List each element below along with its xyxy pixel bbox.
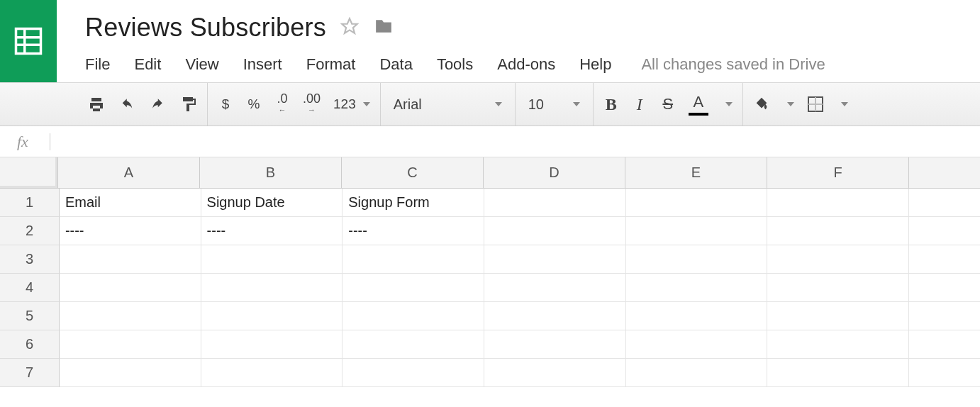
- sheets-logo[interactable]: [0, 0, 57, 82]
- cell-b7[interactable]: [201, 359, 343, 387]
- formula-input[interactable]: [72, 126, 980, 157]
- strikethrough-button[interactable]: S: [660, 95, 676, 113]
- col-header-f[interactable]: F: [767, 157, 909, 189]
- cell-e3[interactable]: [626, 245, 768, 274]
- cell-g5[interactable]: [909, 302, 980, 330]
- cell-d7[interactable]: [484, 359, 626, 387]
- cell-c1[interactable]: Signup Form: [343, 189, 484, 217]
- decrease-decimal-button[interactable]: .0 ←: [274, 94, 290, 115]
- cell-e6[interactable]: [626, 330, 768, 359]
- text-color-button[interactable]: A: [689, 93, 708, 116]
- italic-button[interactable]: I: [632, 95, 647, 114]
- cell-g3[interactable]: [909, 245, 980, 274]
- star-icon[interactable]: [340, 17, 359, 38]
- row-header-2[interactable]: 2: [0, 217, 60, 245]
- menu-insert[interactable]: Insert: [243, 55, 282, 74]
- menu-view[interactable]: View: [185, 55, 218, 74]
- cell-d6[interactable]: [484, 330, 626, 359]
- cell-c2[interactable]: ----: [343, 217, 484, 245]
- cell-f5[interactable]: [767, 302, 909, 330]
- col-header-extra[interactable]: [909, 157, 980, 189]
- cell-a5[interactable]: [60, 302, 201, 330]
- cell-g2[interactable]: [909, 217, 980, 245]
- paint-format-button[interactable]: [180, 95, 197, 113]
- cell-g1[interactable]: [909, 189, 980, 217]
- cell-b5[interactable]: [201, 302, 343, 330]
- cell-e5[interactable]: [626, 302, 768, 330]
- caret-down-icon[interactable]: [787, 102, 794, 106]
- cell-e1[interactable]: [626, 189, 768, 217]
- cell-a1[interactable]: Email: [60, 189, 201, 217]
- col-header-d[interactable]: D: [484, 157, 625, 189]
- cell-e7[interactable]: [626, 359, 768, 387]
- row-header-4[interactable]: 4: [0, 274, 60, 302]
- cell-a3[interactable]: [60, 245, 201, 274]
- cell-f2[interactable]: [767, 217, 909, 245]
- percent-button[interactable]: %: [246, 96, 262, 112]
- cell-g7[interactable]: [909, 359, 980, 387]
- borders-button[interactable]: [807, 96, 824, 113]
- cell-a4[interactable]: [60, 274, 201, 302]
- row-header-5[interactable]: 5: [0, 302, 60, 330]
- bold-button[interactable]: B: [603, 95, 619, 114]
- cell-a2[interactable]: ----: [60, 217, 201, 245]
- menu-edit[interactable]: Edit: [134, 55, 161, 74]
- cell-c3[interactable]: [343, 245, 484, 274]
- menu-addons[interactable]: Add-ons: [497, 55, 555, 74]
- cell-b6[interactable]: [201, 330, 343, 359]
- currency-button[interactable]: $: [218, 96, 233, 112]
- cell-a7[interactable]: [60, 359, 201, 387]
- row-header-6[interactable]: 6: [0, 330, 60, 359]
- col-header-c[interactable]: C: [342, 157, 484, 189]
- folder-icon[interactable]: [373, 17, 394, 38]
- cell-c7[interactable]: [343, 359, 484, 387]
- select-all-corner[interactable]: [0, 157, 58, 189]
- cell-d3[interactable]: [484, 245, 626, 274]
- cell-b2[interactable]: ----: [201, 217, 343, 245]
- caret-down-icon[interactable]: [725, 102, 733, 106]
- cell-g6[interactable]: [909, 330, 980, 359]
- undo-button[interactable]: [118, 97, 136, 111]
- font-size-dropdown[interactable]: 10: [516, 83, 594, 126]
- menu-file[interactable]: File: [85, 55, 110, 74]
- increase-decimal-button[interactable]: .00 →: [303, 94, 321, 115]
- cell-d5[interactable]: [484, 302, 626, 330]
- cell-b3[interactable]: [201, 245, 343, 274]
- cell-e2[interactable]: [626, 217, 768, 245]
- cell-d4[interactable]: [484, 274, 626, 302]
- print-button[interactable]: [88, 96, 105, 113]
- row-header-7[interactable]: 7: [0, 359, 60, 387]
- redo-button[interactable]: [149, 97, 167, 111]
- cell-c4[interactable]: [343, 274, 484, 302]
- menu-tools[interactable]: Tools: [437, 55, 473, 74]
- row-header-1[interactable]: 1: [0, 189, 60, 217]
- row-header-3[interactable]: 3: [0, 245, 60, 274]
- cell-c5[interactable]: [343, 302, 484, 330]
- cell-f4[interactable]: [767, 274, 909, 302]
- formula-bar: fx: [0, 126, 980, 157]
- cell-c6[interactable]: [343, 330, 484, 359]
- cell-g4[interactable]: [909, 274, 980, 302]
- cell-d2[interactable]: [484, 217, 626, 245]
- cell-d1[interactable]: [484, 189, 626, 217]
- font-family-dropdown[interactable]: Arial: [381, 83, 516, 126]
- menu-format[interactable]: Format: [306, 55, 356, 74]
- menu-data[interactable]: Data: [379, 55, 412, 74]
- col-header-b[interactable]: B: [200, 157, 342, 189]
- cell-e4[interactable]: [626, 274, 768, 302]
- col-header-e[interactable]: E: [625, 157, 767, 189]
- col-header-a[interactable]: A: [58, 157, 200, 189]
- document-title[interactable]: Reviews Subscribers: [85, 13, 326, 43]
- number-format-button[interactable]: 123: [333, 96, 370, 112]
- cell-b4[interactable]: [201, 274, 343, 302]
- caret-down-icon[interactable]: [841, 102, 848, 106]
- caret-down-icon: [495, 102, 502, 106]
- fill-color-button[interactable]: [753, 96, 770, 112]
- cell-f6[interactable]: [767, 330, 909, 359]
- cell-b1[interactable]: Signup Date: [201, 189, 343, 217]
- menu-help[interactable]: Help: [579, 55, 611, 74]
- cell-f1[interactable]: [767, 189, 909, 217]
- cell-f7[interactable]: [767, 359, 909, 387]
- cell-f3[interactable]: [767, 245, 909, 274]
- cell-a6[interactable]: [60, 330, 201, 359]
